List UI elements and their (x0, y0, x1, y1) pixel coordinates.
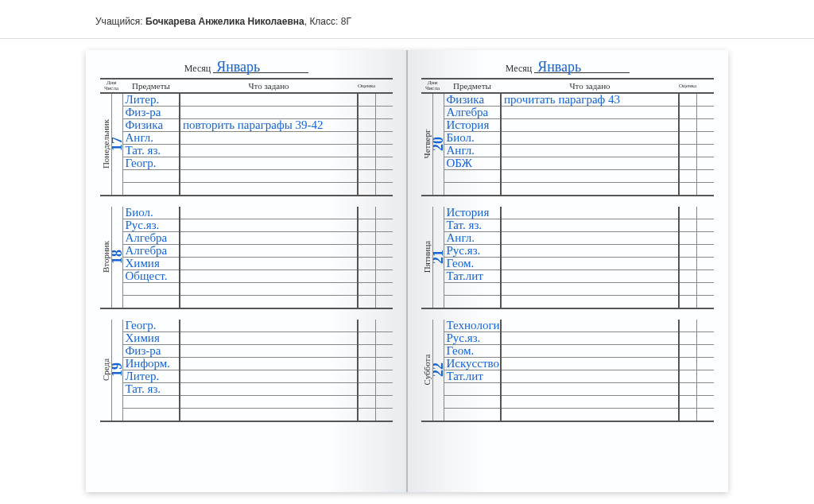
homework-cell (180, 157, 358, 170)
subject-cell: Химия (122, 332, 180, 345)
grade-cell (358, 358, 375, 370)
sign-cell (375, 409, 393, 421)
grade-cell (358, 132, 375, 145)
subject-cell: Физика (122, 119, 180, 132)
subject-cell (444, 409, 501, 421)
sign-cell (375, 332, 393, 345)
homework-cell (180, 332, 358, 345)
homework-cell (180, 383, 358, 396)
sign-cell (696, 396, 714, 409)
grade-cell (358, 219, 375, 232)
month-label: Месяц (184, 63, 211, 75)
sign-cell (696, 93, 714, 107)
homework-cell (180, 170, 358, 183)
diary-row: Алгебра (100, 245, 393, 258)
grade-cell (358, 270, 375, 283)
sign-cell (696, 358, 714, 370)
day-of-week: Среда (100, 320, 111, 421)
subject-cell: Литер. (122, 93, 180, 107)
grade-cell (358, 320, 375, 332)
diary-row: Понедельник17Литер. (100, 93, 393, 107)
date-number: 17 (111, 93, 122, 196)
diary-row (100, 183, 393, 196)
diary-row: Рус.яз. (100, 219, 393, 232)
subject-cell: Биол. (122, 207, 180, 219)
diary-row: Общест. (100, 270, 393, 283)
grade-cell (679, 370, 696, 383)
col-header-subject: Предметы (444, 79, 501, 93)
diary-row (421, 170, 714, 183)
sign-cell (696, 232, 714, 245)
subject-cell: Физ-ра (122, 107, 180, 119)
col-header-sign (375, 79, 393, 93)
diary-row (421, 383, 714, 396)
subject-cell: Алгебра (444, 107, 501, 119)
homework-cell: повторить параграфы 39-42 (180, 119, 358, 132)
grade-cell (679, 145, 696, 157)
sign-cell (375, 245, 393, 258)
subject-cell (122, 409, 180, 421)
subject-cell: Англ. (444, 232, 501, 245)
date-number: 19 (111, 320, 122, 421)
homework-cell (501, 132, 679, 145)
diary-row: Вторник18Биол. (100, 207, 393, 219)
homework-cell (501, 320, 679, 332)
col-header-subject: Предметы (122, 79, 180, 93)
subject-cell (122, 170, 180, 183)
grade-cell (679, 132, 696, 145)
student-label: Учащийся: (95, 16, 143, 27)
day-of-week: Понедельник (100, 93, 111, 196)
subject-cell (122, 283, 180, 296)
subject-cell: Искусство (444, 358, 501, 370)
homework-cell (501, 332, 679, 345)
sign-cell (375, 132, 393, 145)
diary-row: Англ. (421, 145, 714, 157)
homework-cell (501, 358, 679, 370)
sign-cell (375, 320, 393, 332)
sign-cell (375, 396, 393, 409)
sign-cell (375, 358, 393, 370)
subject-cell: Рус.яз. (444, 245, 501, 258)
grade-cell (679, 107, 696, 119)
subject-cell: Тат.лит (444, 370, 501, 383)
grade-cell (679, 157, 696, 170)
subject-cell (444, 296, 501, 308)
sign-cell (696, 157, 714, 170)
diary-table: ДниЧислаПредметыЧто заданоОценкаПонедель… (100, 78, 393, 422)
grade-cell (358, 245, 375, 258)
homework-cell (180, 107, 358, 119)
homework-cell (501, 219, 679, 232)
grade-cell (358, 283, 375, 296)
sign-cell (375, 232, 393, 245)
homework-cell (180, 132, 358, 145)
subject-cell (444, 170, 501, 183)
subject-cell: Алгебра (122, 232, 180, 245)
grade-cell (679, 383, 696, 396)
grade-cell (679, 409, 696, 421)
sign-cell (696, 345, 714, 358)
subject-cell: Информ. (122, 358, 180, 370)
homework-cell (180, 207, 358, 219)
subject-cell: Физика (444, 93, 501, 107)
grade-cell (358, 93, 375, 107)
day-of-week: Суббота (421, 320, 432, 421)
subject-cell: Тат. яз. (444, 219, 501, 232)
grade-cell (358, 170, 375, 183)
sign-cell (375, 270, 393, 283)
grade-cell (679, 183, 696, 196)
diary-row: Искусство (421, 358, 714, 370)
homework-cell (180, 345, 358, 358)
homework-cell (180, 219, 358, 232)
sign-cell (375, 283, 393, 296)
diary-row: Англ. (100, 132, 393, 145)
student-name: Бочкарева Анжелика Николаевна (145, 16, 304, 27)
sign-cell (696, 170, 714, 183)
homework-cell (180, 320, 358, 332)
subject-cell (444, 383, 501, 396)
subject-cell: Рус.яз. (444, 332, 501, 345)
sign-cell (696, 296, 714, 308)
sign-cell (696, 107, 714, 119)
grade-cell (358, 145, 375, 157)
diary-row: Алгебра (100, 232, 393, 245)
sign-cell (696, 283, 714, 296)
